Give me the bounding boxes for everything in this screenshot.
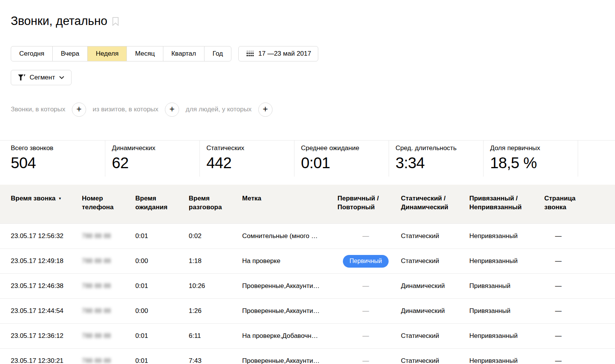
type-cell: Статический bbox=[401, 224, 469, 249]
phone-cell: 788 88 88 bbox=[82, 324, 135, 349]
period-tab-3[interactable]: Месяц bbox=[126, 46, 163, 61]
add-filter-button-1[interactable]: + bbox=[165, 103, 179, 117]
binding-cell: Непривязанный bbox=[469, 349, 544, 364]
binding-cell: Привязанный bbox=[469, 274, 544, 299]
filter-builder-row: Звонки, в которых+из визитов, в которых+… bbox=[11, 103, 615, 117]
table-row[interactable]: 23.05.17 12:46:38788 88 880:0110:26Прове… bbox=[0, 274, 615, 299]
column-header-0[interactable]: Время звонка▼ bbox=[0, 185, 82, 224]
call-time-cell: 23.05.17 12:46:38 bbox=[0, 274, 82, 299]
call-page-cell: — bbox=[544, 224, 615, 249]
column-header-8[interactable]: Страница звонка bbox=[544, 185, 615, 224]
metric-block-5: Доля первичных18,5 % bbox=[484, 141, 578, 177]
empty-dash: — bbox=[362, 282, 369, 290]
phone-masked-value: 788 88 88 bbox=[82, 283, 111, 289]
talk-time-cell: 6:11 bbox=[189, 324, 242, 349]
binding-cell: Непривязанный bbox=[469, 249, 544, 274]
talk-time-cell: 7:43 bbox=[189, 349, 242, 364]
period-tab-5[interactable]: Год bbox=[204, 46, 231, 61]
table-row[interactable]: 23.05.17 12:56:32788 88 880:010:02Сомнит… bbox=[0, 224, 615, 249]
empty-dash: — bbox=[555, 257, 562, 265]
segment-label: Сегмент bbox=[30, 74, 55, 81]
call-time-cell: 23.05.17 12:44:54 bbox=[0, 299, 82, 324]
metric-label: Сред. длительность bbox=[396, 144, 483, 152]
metrics-strip: Всего звонков504Динамических62Статически… bbox=[0, 140, 615, 177]
metric-value: 442 bbox=[206, 154, 294, 171]
call-time-cell: 23.05.17 12:49:18 bbox=[0, 249, 82, 274]
column-header-label: Время звонка bbox=[11, 195, 55, 202]
empty-dash: — bbox=[555, 307, 562, 314]
phone-masked-value: 788 88 88 bbox=[82, 233, 111, 239]
column-header-7[interactable]: Привязанный / Непривязанный bbox=[469, 185, 544, 224]
phone-masked-value: 788 88 88 bbox=[82, 258, 111, 264]
phone-cell: 788 88 88 bbox=[82, 349, 135, 364]
call-page-cell: — bbox=[544, 324, 615, 349]
date-range-button[interactable]: 17 —23 май 2017 bbox=[238, 46, 318, 61]
tag-cell: На проверке bbox=[242, 249, 337, 274]
segment-row: Сегмент bbox=[11, 70, 615, 85]
column-header-6[interactable]: Статический / Динамический bbox=[401, 185, 469, 224]
call-time-cell: 23.05.17 12:36:12 bbox=[0, 324, 82, 349]
chevron-down-icon bbox=[59, 76, 64, 79]
period-tab-0[interactable]: Сегодня bbox=[11, 46, 53, 61]
column-header-5[interactable]: Первичный / Повторный bbox=[337, 185, 401, 224]
primary-cell: Первичный bbox=[337, 249, 401, 274]
metric-value: 3:34 bbox=[396, 154, 483, 171]
period-tab-1[interactable]: Вчера bbox=[52, 46, 88, 61]
filter-group-label-2: для людей, у которых bbox=[186, 106, 252, 113]
column-header-label: Время разговора bbox=[189, 195, 222, 211]
wait-time-cell: 0:01 bbox=[135, 274, 189, 299]
phone-cell: 788 88 88 bbox=[82, 224, 135, 249]
column-header-1[interactable]: Номер телефона bbox=[82, 185, 135, 224]
binding-cell: Непривязанный bbox=[469, 224, 544, 249]
table-row[interactable]: 23.05.17 12:49:18788 88 880:001:18На про… bbox=[0, 249, 615, 274]
bookmark-icon[interactable] bbox=[112, 17, 119, 27]
metric-block-4: Сред. длительность3:34 bbox=[389, 141, 484, 177]
metric-label: Динамических bbox=[112, 144, 199, 152]
column-header-label: Время ожидания bbox=[135, 195, 168, 211]
period-tab-4[interactable]: Квартал bbox=[163, 46, 204, 61]
type-cell: Статический bbox=[401, 349, 469, 364]
filter-group-label-1: из визитов, в которых bbox=[93, 106, 158, 113]
empty-dash: — bbox=[555, 282, 562, 290]
empty-dash: — bbox=[362, 232, 369, 240]
metric-value: 504 bbox=[11, 154, 105, 171]
type-cell: Динамический bbox=[401, 299, 469, 324]
empty-dash: — bbox=[362, 357, 369, 364]
metric-label: Статических bbox=[206, 144, 294, 152]
binding-cell: Непривязанный bbox=[469, 324, 544, 349]
phone-masked-value: 788 88 88 bbox=[82, 357, 111, 364]
table-row[interactable]: 23.05.17 12:44:54788 88 880:001:26Провер… bbox=[0, 299, 615, 324]
column-header-4[interactable]: Метка bbox=[242, 185, 337, 224]
primary-cell: — bbox=[337, 349, 401, 364]
page-header: Звонки, детально bbox=[0, 0, 615, 36]
metric-value: 18,5 % bbox=[490, 154, 578, 171]
add-filter-button-2[interactable]: + bbox=[258, 103, 273, 117]
column-header-label: Номер телефона bbox=[82, 195, 114, 211]
filter-group-label-0: Звонки, в которых bbox=[11, 106, 65, 113]
add-filter-button-0[interactable]: + bbox=[72, 103, 86, 117]
column-header-label: Статический / Динамический bbox=[401, 195, 448, 211]
table-row[interactable]: 23.05.17 12:30:21788 88 880:017:43Провер… bbox=[0, 349, 615, 364]
table-row[interactable]: 23.05.17 12:36:12788 88 880:016:11На про… bbox=[0, 324, 615, 349]
binding-cell: Привязанный bbox=[469, 299, 544, 324]
call-page-cell: — bbox=[544, 299, 615, 324]
page-title: Звонки, детально bbox=[11, 14, 107, 28]
tag-cell: На проверке,Добавочн… bbox=[242, 324, 337, 349]
phone-masked-value: 788 88 88 bbox=[82, 308, 111, 314]
column-header-3[interactable]: Время разговора bbox=[189, 185, 242, 224]
empty-dash: — bbox=[362, 332, 369, 339]
talk-time-cell: 1:18 bbox=[189, 249, 242, 274]
metric-block-0: Всего звонков504 bbox=[11, 141, 105, 177]
tag-cell: Проверенные,Аккаунти… bbox=[242, 299, 337, 324]
talk-time-cell: 1:26 bbox=[189, 299, 242, 324]
column-header-2[interactable]: Время ожидания bbox=[135, 185, 189, 224]
metric-value: 62 bbox=[112, 154, 199, 171]
empty-dash: — bbox=[555, 232, 562, 240]
empty-dash: — bbox=[555, 332, 562, 339]
date-range-label: 17 —23 май 2017 bbox=[258, 50, 311, 58]
period-tab-2[interactable]: Неделя bbox=[87, 46, 127, 61]
tag-cell: Проверенные,Аккаунти… bbox=[242, 274, 337, 299]
type-cell: Статический bbox=[401, 324, 469, 349]
segment-button[interactable]: Сегмент bbox=[11, 70, 71, 85]
primary-cell: — bbox=[337, 274, 401, 299]
